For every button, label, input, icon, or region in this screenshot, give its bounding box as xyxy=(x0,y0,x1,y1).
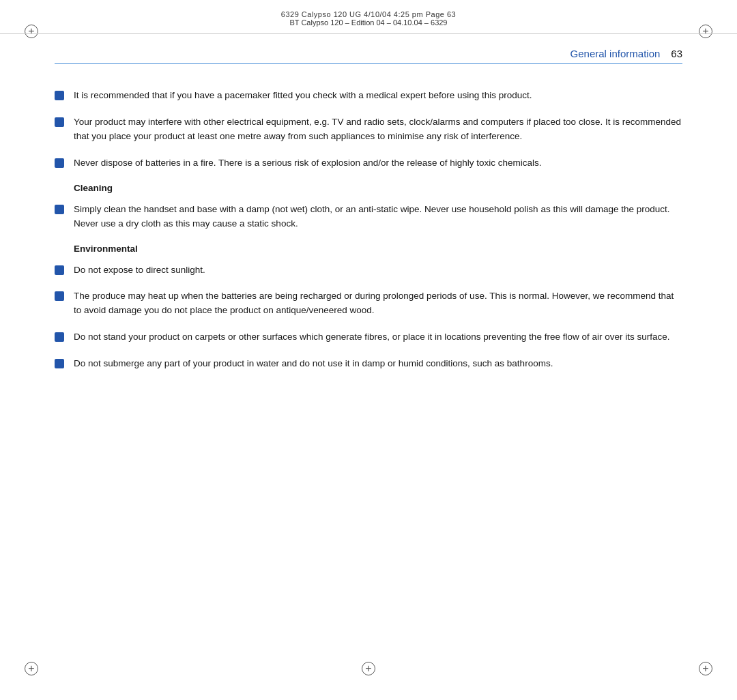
bullet-icon-env-2 xyxy=(55,291,64,301)
reg-mark-bottom-center xyxy=(362,662,375,675)
reg-mark-bottom-right xyxy=(699,662,712,675)
environmental-section: Environmental Do not expose to direct su… xyxy=(55,244,682,372)
page-header: General information 63 xyxy=(55,48,682,64)
environmental-bullet-list: Do not expose to direct sunlight. The pr… xyxy=(55,263,682,372)
section-title-row: General information 63 xyxy=(55,48,682,64)
page-top-header: 6329 Calypso 120 UG 4/10/04 4:25 pm Page… xyxy=(0,0,737,34)
section-title: General information xyxy=(570,48,661,59)
main-content: It is recommended that if you have a pac… xyxy=(55,89,682,645)
bullet-text-heat: The produce may heat up when the batteri… xyxy=(74,289,682,318)
cleaning-bullet-list: Simply clean the handset and base with a… xyxy=(55,203,682,231)
header-print-info: 6329 Calypso 120 UG 4/10/04 4:25 pm Page… xyxy=(281,10,456,18)
bullet-text-submerge: Do not submerge any part of your product… xyxy=(74,357,682,371)
bullet-item-cleaning: Simply clean the handset and base with a… xyxy=(55,203,682,231)
bullet-icon-1 xyxy=(55,91,64,100)
bullet-text-sunlight: Do not expose to direct sunlight. xyxy=(74,263,682,278)
bullet-icon-2 xyxy=(55,117,64,127)
cleaning-section: Cleaning Simply clean the handset and ba… xyxy=(55,183,682,231)
page-container: 6329 Calypso 120 UG 4/10/04 4:25 pm Page… xyxy=(0,0,737,700)
bullet-item-submerge: Do not submerge any part of your product… xyxy=(55,357,682,371)
bullet-item-carpets: Do not stand your product on carpets or … xyxy=(55,330,682,345)
bullet-text-carpets: Do not stand your product on carpets or … xyxy=(74,330,682,345)
environmental-heading: Environmental xyxy=(55,244,682,254)
header-edition-info: BT Calypso 120 – Edition 04 – 04.10.04 –… xyxy=(290,18,448,27)
bullet-icon-env-3 xyxy=(55,332,64,342)
bullet-item-heat: The produce may heat up when the batteri… xyxy=(55,289,682,318)
bullet-text-batteries: Never dispose of batteries in a fire. Th… xyxy=(74,156,682,171)
bullet-icon-3 xyxy=(55,158,64,168)
bullet-item-pacemaker: It is recommended that if you have a pac… xyxy=(55,89,682,103)
bullet-item-interference: Your product may interfere with other el… xyxy=(55,115,682,144)
bullet-icon-env-1 xyxy=(55,265,64,275)
bullet-item-sunlight: Do not expose to direct sunlight. xyxy=(55,263,682,278)
bullet-text-pacemaker: It is recommended that if you have a pac… xyxy=(74,89,682,103)
cleaning-heading: Cleaning xyxy=(55,183,682,193)
main-bullet-list: It is recommended that if you have a pac… xyxy=(55,89,682,171)
bullet-text-interference: Your product may interfere with other el… xyxy=(74,115,682,144)
bullet-icon-env-4 xyxy=(55,359,64,368)
reg-mark-bottom-left xyxy=(25,662,38,675)
bullet-text-cleaning: Simply clean the handset and base with a… xyxy=(74,203,682,231)
bullet-icon-clean-1 xyxy=(55,205,64,214)
bullet-item-batteries: Never dispose of batteries in a fire. Th… xyxy=(55,156,682,171)
page-number: 63 xyxy=(671,48,682,59)
